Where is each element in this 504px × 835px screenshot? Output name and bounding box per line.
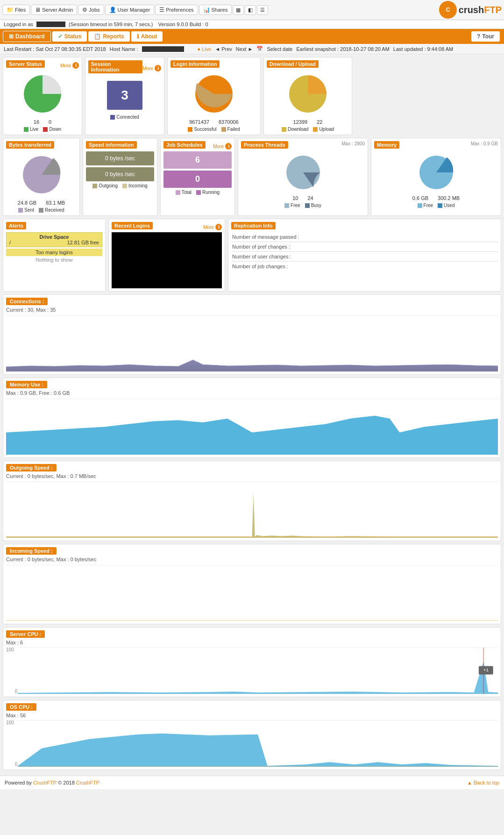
connections-chart-svg [6,316,498,371]
download-pie [284,71,331,117]
login-bar: Logged in as admin (Session timeout in 5… [0,20,504,29]
connections-section: Connections : Current : 30, Max : 35 [3,294,501,375]
more-label: More [203,225,214,230]
session-legend: Connected [110,114,139,120]
nav-icon1[interactable]: ▦ [233,5,244,15]
down-legend: Down [43,127,61,132]
tab-dashboard[interactable]: ⊞ Dashboard [3,31,51,42]
total-legend: Total [176,190,192,195]
upload-label: Upload [319,127,334,132]
reports-icon: 📋 [94,33,101,40]
tab-about[interactable]: ℹ About [131,31,163,42]
cpu-y-axis: 100 0 [6,647,17,694]
upload-legend-item: Upload [313,127,334,132]
job-changes-value [450,264,497,269]
nav-jobs[interactable]: ⚙ Jobs [78,5,104,15]
alert-path: / 12.81 GB free [9,240,99,245]
widget-row-1: Server Status More ℹ 16 0 [3,57,501,135]
main-content: Server Status More ℹ 16 0 [0,54,504,776]
bytes-legend: Sent Received [18,207,64,213]
connected-dot [110,115,115,120]
tab-dashboard-label: Dashboard [15,33,45,40]
back-to-top-button[interactable]: ▲ Back to top [467,780,499,785]
download-dot [282,127,286,132]
connections-title: Connections : [6,298,48,305]
process-legend: Free Busy [284,203,321,208]
down-count: 0 [49,119,51,125]
incoming-label: Incoming [128,183,148,188]
job-total: 6 [163,151,232,169]
connected-legend: Connected [110,114,139,120]
drive-path: / [9,240,11,245]
nav-preferences[interactable]: ☰ Preferences [155,5,198,15]
copyright: © 2018 [58,780,75,785]
nav-files[interactable]: 📁 Files [2,5,30,15]
down-label-text: Down [49,127,61,132]
free-label: Free [291,203,300,208]
about-icon: ℹ [137,33,139,40]
received-value: 83.1 MB [46,200,65,206]
recent-logins-more[interactable]: More ℹ [203,224,222,230]
live-label[interactable]: ● Live [197,46,211,52]
more-icon: ℹ [215,224,222,230]
footer-left: Powered by CrushFTP © 2018 CrushFTP [5,780,99,785]
nav-preferences-label: Preferences [166,7,193,13]
server-icon: 🖥 [35,7,41,13]
sent-value: 24.8 GB [18,200,36,206]
os-cpu-svg [18,721,498,767]
process-pie [282,151,324,193]
memory-widget: Memory Max : 0.9 GB 0.6 GB 300.2 MB Free [371,138,501,216]
nav-icon3[interactable]: ☰ [257,5,268,15]
job-changes-label: Number of job changes : [232,264,288,269]
server-status-chart: 16 0 Live Down [6,71,79,132]
incoming-legend: Incoming [122,183,148,188]
os-cpu-section: OS CPU : Max : 56 100 0 [3,700,501,770]
login-legend: Successful Failed [188,127,240,132]
tour-icon: ? [477,33,480,40]
server-status-more[interactable]: More ℹ [60,62,79,69]
download-legend: Download Upload [282,127,334,132]
footer: Powered by CrushFTP © 2018 CrushFTP ▲ Ba… [0,776,504,789]
os-cpu-title: OS CPU : [6,703,36,711]
job-legend: Total Running [163,190,232,195]
process-title: Process Threads [241,141,288,149]
next-label[interactable]: Next ► [236,46,253,52]
connections-subtitle: Current : 30, Max : 35 [6,307,498,313]
select-date-icon[interactable]: 📅 [256,46,263,52]
nav-shares[interactable]: 📊 Shares [199,5,232,15]
session-info-widget: Session Information More ℹ 3 Connected [85,57,164,135]
server-cpu-section: Server CPU : Max : 6 100 0 +1 [3,627,501,697]
outgoing-legend: Outgoing [92,183,118,188]
prev-label[interactable]: ◄ Prev [215,46,232,52]
memory-use-title: Memory Use : [6,381,47,388]
svg-marker-9 [6,416,498,455]
login-terminal [112,232,222,288]
status-icon: ✓ [58,33,63,40]
session-more[interactable]: More ℹ [142,65,161,71]
svg-marker-10 [6,493,498,538]
process-max: Max : 2800 [342,141,365,151]
crush-logo-svg: C [442,4,454,15]
logo-part2: FTP [484,5,502,15]
bytes-values: 24.8 GB 83.1 MB [18,200,65,206]
select-date-label[interactable]: Select date [267,46,292,52]
os-cpu-y-0: 0 [14,762,17,767]
login-chart: 9671437 8370006 Successful Failed [170,71,257,132]
tab-reports[interactable]: 📋 Reports [88,31,129,42]
nav-server-admin[interactable]: 🖥 Server Admin [31,5,77,15]
crushftp-link-1[interactable]: CrushFTP [33,780,57,785]
tab-status[interactable]: ✓ Status [52,31,87,42]
host-label: Host Name : [110,46,138,52]
memory-used-label: Used [444,203,454,208]
recent-logins-title: Recent Logins [112,222,153,229]
nav-icon2[interactable]: ◧ [245,5,256,15]
outgoing-speed: 0 bytes /sec [86,151,154,165]
job-title: Job Schedules [163,141,206,149]
nav-user-manager[interactable]: 👤 User Manager [105,5,155,15]
tab-tour[interactable]: ? Tour [471,31,500,42]
host-bar: Last Restart : Sat Oct 27 08:30:35 EDT 2… [0,44,504,54]
login-info-title: Login Information [170,60,220,68]
outgoing-label: Outgoing [99,183,118,188]
crushftp-link-2[interactable]: CrushFTP [76,780,99,785]
job-more[interactable]: More ℹ [213,143,232,150]
